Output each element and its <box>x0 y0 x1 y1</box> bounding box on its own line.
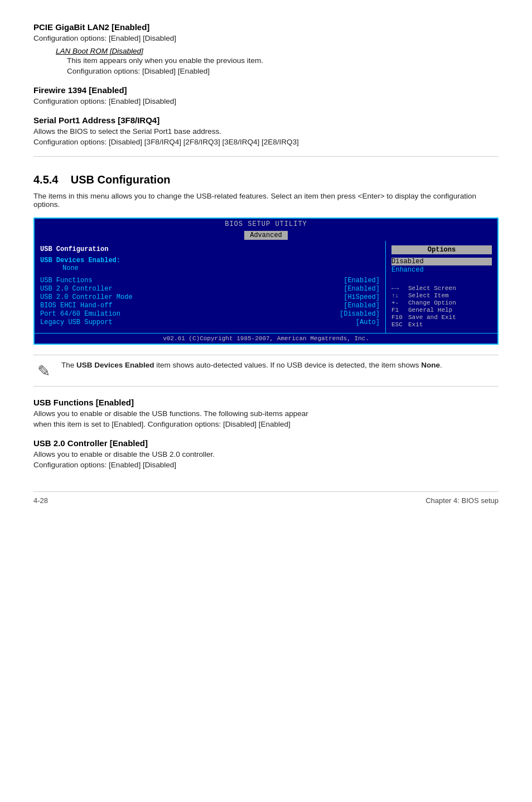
bios-item-value: [Enabled] <box>344 302 380 310</box>
bios-options-label: Options <box>391 245 492 254</box>
bios-shortcut-key: F1 <box>391 307 408 313</box>
bios-shortcut-desc: Select Item <box>408 292 449 299</box>
pcie-lan2-config: Configuration options: [Enabled] [Disabl… <box>33 34 499 42</box>
section-divider <box>33 156 499 157</box>
bios-shortcut-key: +- <box>391 299 408 306</box>
bios-body: USB Configuration USB Devices Enabled: N… <box>35 241 497 333</box>
footer-chapter: Chapter 4: BIOS setup <box>425 496 499 505</box>
bios-item-name: USB 2.0 Controller Mode <box>40 293 133 301</box>
page-footer: 4-28 Chapter 4: BIOS setup <box>33 491 499 505</box>
firewire-section: Firewire 1394 [Enabled] Configuration op… <box>33 85 499 105</box>
lan-boot-rom-title: LAN Boot ROM [Disabled] <box>56 47 499 55</box>
usb-controller-section: USB 2.0 Controller [Enabled] Allows you … <box>33 438 499 469</box>
usb-functions-desc2: when this item is set to [Enabled]. Conf… <box>33 420 499 428</box>
usb-config-chapter: 4.5.4 USB Configuration The items in thi… <box>33 173 499 209</box>
bios-shortcut-row: ←→Select Screen <box>391 285 492 292</box>
bios-tab-row: Advanced <box>35 230 497 241</box>
bios-item-value: [Enabled] <box>344 285 380 293</box>
chapter-desc: The items in this menu allows you to cha… <box>33 192 499 209</box>
bios-shortcut-key: ↑↓ <box>391 292 408 299</box>
bios-item-row: USB Functions[Enabled] <box>40 277 380 284</box>
bios-options-list: DisabledEnhanced <box>391 258 492 274</box>
usb-controller-desc2: Configuration options: [Enabled] [Disabl… <box>33 461 499 469</box>
lan-boot-rom-desc2: Configuration options: [Disabled] [Enabl… <box>67 67 499 75</box>
bios-item-row: USB 2.0 Controller Mode[HiSpeed] <box>40 293 380 301</box>
chapter-number: 4.5.4 <box>33 173 58 186</box>
serial-port-section: Serial Port1 Address [3F8/IRQ4] Allows t… <box>33 115 499 146</box>
bios-shortcut-row: +-Change Option <box>391 299 492 306</box>
pcie-lan2-section: PCIE GigaBit LAN2 [Enabled] Configuratio… <box>33 22 499 75</box>
bios-shortcuts: ←→Select Screen↑↓Select Item+-Change Opt… <box>391 285 492 328</box>
bios-item-row: Legacy USB Support[Auto] <box>40 318 380 326</box>
bios-item-name: USB Functions <box>40 277 93 284</box>
bios-item-value: [Disabled] <box>340 310 380 318</box>
bios-shortcut-key: F10 <box>391 314 408 321</box>
bios-items-list: USB Functions[Enabled]USB 2.0 Controller… <box>40 277 380 326</box>
bios-screen: BIOS SETUP UTILITY Advanced USB Configur… <box>33 218 499 345</box>
usb-controller-title: USB 2.0 Controller [Enabled] <box>33 438 499 448</box>
bios-item-value: [Enabled] <box>344 277 380 284</box>
lan-boot-rom-desc1: This item appears only when you enable t… <box>67 56 499 65</box>
firewire-config: Configuration options: [Enabled] [Disabl… <box>33 97 499 105</box>
usb-controller-desc1: Allows you to enable or disable the USB … <box>33 450 499 458</box>
bios-shortcut-desc: Exit <box>408 321 423 328</box>
firewire-title: Firewire 1394 [Enabled] <box>33 85 499 95</box>
footer-page-number: 4-28 <box>33 496 48 505</box>
usb-functions-desc1: Allows you to enable or disable the USB … <box>33 409 499 418</box>
chapter-title: 4.5.4 USB Configuration <box>33 173 499 186</box>
chapter-name: USB Configuration <box>71 173 171 186</box>
bios-item-value: [Auto] <box>356 318 380 326</box>
bios-item-row: USB 2.0 Controller[Enabled] <box>40 285 380 293</box>
serial-port-desc2: Configuration options: [Disabled] [3F8/I… <box>33 138 499 146</box>
bios-item-row: Port 64/60 Emulation[Disabled] <box>40 310 380 318</box>
bios-left-panel: USB Configuration USB Devices Enabled: N… <box>35 241 386 333</box>
bios-usb-config-label: USB Configuration <box>40 245 380 253</box>
usb-functions-section: USB Functions [Enabled] Allows you to en… <box>33 398 499 428</box>
bios-item-name: BIOS EHCI Hand-off <box>40 302 113 310</box>
note-text: The USB Devices Enabled item shows auto-… <box>61 361 442 369</box>
bios-item-name: Legacy USB Support <box>40 318 113 326</box>
pcie-lan2-title: PCIE GigaBit LAN2 [Enabled] <box>33 22 499 32</box>
bios-shortcut-row: F10Save and Exit <box>391 314 492 321</box>
bios-item-name: Port 64/60 Emulation <box>40 310 120 318</box>
bios-shortcut-row: ↑↓Select Item <box>391 292 492 299</box>
bios-item-value: [HiSpeed] <box>344 293 380 301</box>
bios-shortcut-desc: Save and Exit <box>408 314 456 321</box>
bios-option[interactable]: Enhanced <box>391 266 492 274</box>
bios-shortcut-desc: Select Screen <box>408 285 456 292</box>
bios-shortcut-row: ESCExit <box>391 321 492 328</box>
bios-devices-value: None <box>62 264 380 272</box>
bios-footer: v02.61 (C)Copyright 1985-2007, American … <box>35 333 497 344</box>
bios-header: BIOS SETUP UTILITY <box>35 219 497 230</box>
bios-item-row: BIOS EHCI Hand-off[Enabled] <box>40 302 380 310</box>
bios-shortcut-desc: General Help <box>408 307 452 313</box>
serial-port-title: Serial Port1 Address [3F8/IRQ4] <box>33 115 499 125</box>
bios-shortcut-row: F1General Help <box>391 307 492 313</box>
bios-tab-advanced[interactable]: Advanced <box>244 231 288 240</box>
bios-shortcut-key: ESC <box>391 321 408 328</box>
bios-shortcut-desc: Change Option <box>408 299 456 306</box>
note-icon: ✎ <box>33 362 54 380</box>
bios-right-panel: Options DisabledEnhanced ←→Select Screen… <box>386 241 497 333</box>
serial-port-desc1: Allows the BIOS to select the Serial Por… <box>33 127 499 136</box>
bios-shortcut-key: ←→ <box>391 285 408 292</box>
note-bold1: USB Devices Enabled <box>76 361 154 369</box>
note-bold2: None <box>421 361 440 369</box>
note-box: ✎ The USB Devices Enabled item shows aut… <box>33 355 499 386</box>
usb-functions-title: USB Functions [Enabled] <box>33 398 499 407</box>
bios-devices-label: USB Devices Enabled: <box>40 257 380 264</box>
bios-item-name: USB 2.0 Controller <box>40 285 113 293</box>
bios-option[interactable]: Disabled <box>391 258 492 265</box>
